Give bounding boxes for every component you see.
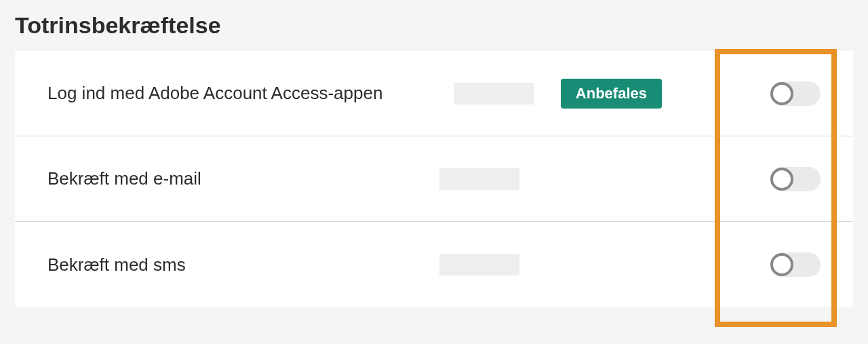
row-right-group bbox=[439, 167, 821, 191]
setting-row-sms: Bekræft med sms bbox=[15, 222, 853, 307]
row-right-group bbox=[439, 252, 821, 277]
toggle-sms[interactable] bbox=[770, 252, 821, 277]
recommended-badge: Anbefales bbox=[561, 79, 662, 109]
two-step-verification-section: Totrinsbekræftelse Log ind med Adobe Acc… bbox=[0, 0, 868, 320]
toggle-knob bbox=[770, 82, 793, 105]
setting-label: Log ind med Adobe Account Access-appen bbox=[47, 83, 454, 104]
setting-row-email: Bekræft med e-mail bbox=[15, 136, 853, 222]
section-title: Totrinsbekræftelse bbox=[15, 12, 853, 39]
setting-label: Bekræft med e-mail bbox=[47, 168, 439, 189]
setting-label: Bekræft med sms bbox=[47, 254, 439, 275]
redacted-placeholder bbox=[439, 168, 519, 190]
toggle-knob bbox=[770, 168, 793, 191]
toggle-adobe-app[interactable] bbox=[770, 81, 821, 106]
toggle-knob bbox=[770, 253, 793, 276]
row-right-group: Anbefales bbox=[454, 79, 821, 109]
settings-panel: Log ind med Adobe Account Access-appen A… bbox=[15, 51, 853, 307]
redacted-placeholder bbox=[454, 83, 534, 104]
redacted-placeholder bbox=[439, 254, 519, 275]
setting-row-adobe-app: Log ind med Adobe Account Access-appen A… bbox=[15, 51, 853, 136]
toggle-email[interactable] bbox=[770, 167, 821, 191]
